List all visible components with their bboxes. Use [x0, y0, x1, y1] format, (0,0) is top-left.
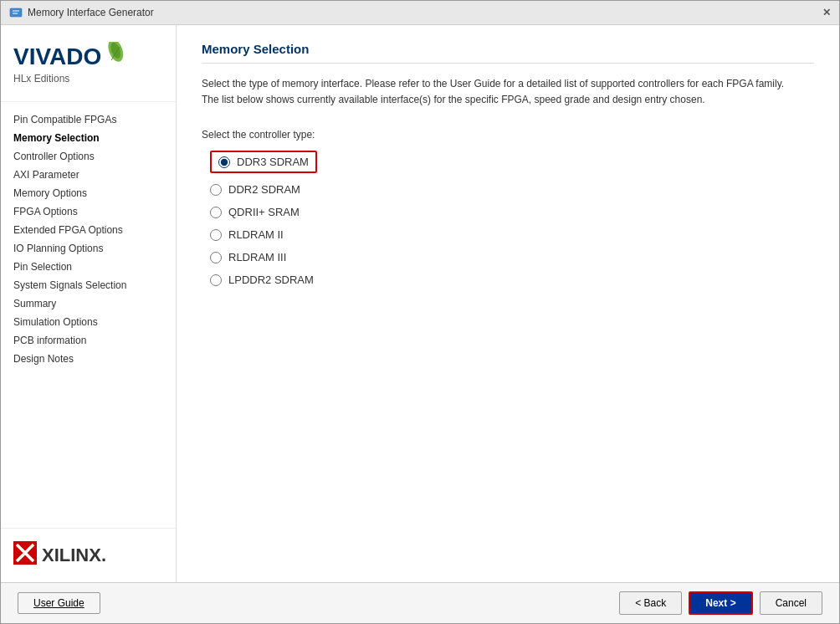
app-icon — [9, 6, 23, 19]
radio-input-ddr3[interactable] — [218, 156, 230, 168]
sidebar-nav-item[interactable]: Simulation Options — [1, 313, 176, 331]
radio-input-qdrii[interactable] — [210, 207, 222, 218]
xilinx-logo: XILINX. — [13, 541, 163, 570]
next-button[interactable]: Next > — [689, 591, 752, 615]
content-title: Memory Selection — [202, 42, 814, 64]
sidebar: VIVADO HLx Editions Pin Compatible FPGAs… — [1, 25, 177, 582]
desc-line2: The list below shows currently available… — [202, 94, 705, 105]
footer-bar: User Guide < Back Next > Cancel — [1, 582, 839, 623]
sidebar-nav-item[interactable]: AXI Parameter — [1, 166, 176, 184]
vivado-logo: VIVADO HLx Editions — [1, 25, 176, 102]
radio-label-ddr2: DDR2 SDRAM — [228, 183, 300, 196]
radio-input-ddr2[interactable] — [210, 184, 222, 196]
sidebar-nav-item[interactable]: Memory Selection — [1, 129, 176, 147]
window-title: Memory Interface Generator — [28, 7, 154, 18]
vivado-leaf-icon — [105, 42, 130, 71]
radio-label-rldram3: RLDRAM III — [228, 251, 286, 263]
sidebar-nav: Pin Compatible FPGAsMemory SelectionCont… — [1, 102, 176, 528]
close-button[interactable]: ✕ — [822, 7, 831, 18]
radio-label-qdrii: QDRII+ SRAM — [228, 206, 300, 218]
sidebar-bottom: XILINX. — [1, 528, 176, 582]
controller-type-label: Select the controller type: — [202, 129, 814, 141]
sidebar-nav-item[interactable]: Extended FPGA Options — [1, 221, 176, 239]
description-text: Select the type of memory interface. Ple… — [202, 76, 814, 108]
sidebar-nav-item[interactable]: Design Notes — [1, 350, 176, 368]
desc-line1: Select the type of memory interface. Ple… — [202, 78, 784, 90]
main-window: Memory Interface Generator ✕ VIVADO — [0, 0, 840, 624]
sidebar-nav-item[interactable]: Pin Selection — [1, 258, 176, 276]
title-bar: Memory Interface Generator ✕ — [1, 1, 839, 25]
radio-label-rldram2: RLDRAM II — [228, 228, 284, 241]
sidebar-nav-item[interactable]: System Signals Selection — [1, 276, 176, 294]
vivado-word: VIVADO — [13, 45, 101, 69]
title-bar-left: Memory Interface Generator — [9, 6, 154, 19]
radio-option-rldram2[interactable]: RLDRAM II — [210, 228, 814, 241]
radio-label-lpddr2: LPDDR2 SDRAM — [228, 274, 314, 286]
radio-option-ddr3[interactable]: DDR3 SDRAM — [210, 151, 814, 173]
radio-option-ddr2[interactable]: DDR2 SDRAM — [210, 183, 814, 196]
hlx-edition: HLx Editions — [13, 73, 69, 84]
radio-label-ddr3: DDR3 SDRAM — [237, 156, 309, 168]
sidebar-nav-item[interactable]: Summary — [1, 294, 176, 313]
vivado-brand: VIVADO — [13, 42, 130, 71]
sidebar-nav-item[interactable]: Memory Options — [1, 184, 176, 202]
sidebar-nav-item[interactable]: PCB information — [1, 331, 176, 350]
svg-rect-0 — [10, 8, 22, 17]
radio-input-rldram3[interactable] — [210, 252, 222, 263]
user-guide-button[interactable]: User Guide — [18, 592, 100, 614]
controller-radio-group: DDR3 SDRAM DDR2 SDRAM QDRII+ SRAM RLDRAM… — [202, 151, 814, 286]
xilinx-name: XILINX. — [42, 545, 106, 566]
radio-input-rldram2[interactable] — [210, 229, 222, 241]
radio-option-lpddr2[interactable]: LPDDR2 SDRAM — [210, 274, 814, 286]
sidebar-nav-item[interactable]: Pin Compatible FPGAs — [1, 110, 176, 129]
radio-option-rldram3[interactable]: RLDRAM III — [210, 251, 814, 263]
content-area: Memory Selection Select the type of memo… — [177, 25, 839, 582]
back-button[interactable]: < Back — [619, 591, 682, 615]
selected-radio-border: DDR3 SDRAM — [210, 151, 317, 173]
sidebar-nav-item[interactable]: IO Planning Options — [1, 239, 176, 258]
cancel-button[interactable]: Cancel — [760, 591, 822, 615]
footer-buttons: < Back Next > Cancel — [619, 591, 822, 615]
main-layout: VIVADO HLx Editions Pin Compatible FPGAs… — [1, 25, 839, 582]
xilinx-x-icon — [13, 541, 37, 570]
sidebar-nav-item[interactable]: Controller Options — [1, 147, 176, 166]
sidebar-nav-item[interactable]: FPGA Options — [1, 202, 176, 221]
radio-input-lpddr2[interactable] — [210, 274, 222, 286]
radio-option-qdrii[interactable]: QDRII+ SRAM — [210, 206, 814, 218]
